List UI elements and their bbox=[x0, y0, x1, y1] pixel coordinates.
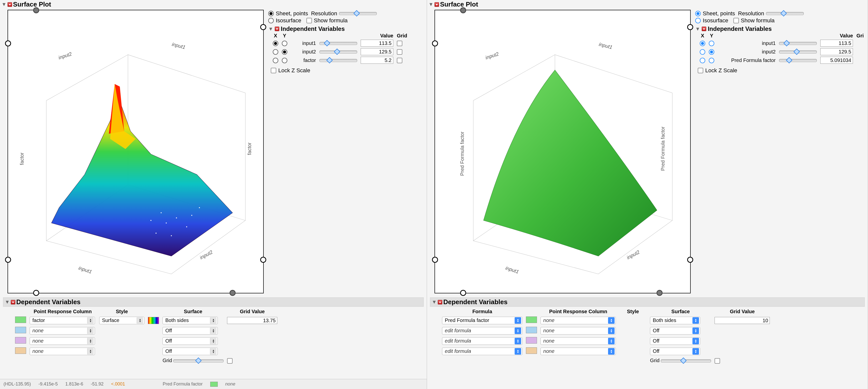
color-swatch[interactable] bbox=[15, 327, 26, 333]
var-value[interactable]: 5.091034 bbox=[820, 57, 853, 64]
status-c: 1.813e-6 bbox=[65, 382, 83, 387]
disclosure-icon[interactable]: ▼ bbox=[695, 26, 700, 32]
prc-select[interactable]: none▲▼ bbox=[540, 317, 616, 324]
grid-value-input[interactable]: 13.75 bbox=[227, 317, 277, 324]
color-swatch[interactable] bbox=[526, 337, 537, 344]
hotspot-icon[interactable] bbox=[438, 300, 442, 304]
svg-point-2 bbox=[186, 226, 187, 227]
sheet-points-radio[interactable] bbox=[268, 11, 274, 16]
svg-point-4 bbox=[171, 235, 172, 236]
prc-select[interactable]: none▲▼ bbox=[30, 327, 95, 334]
var-name: factor bbox=[291, 58, 316, 63]
show-formula-check[interactable] bbox=[733, 18, 739, 23]
formula-select[interactable]: edit formula▲▼ bbox=[442, 337, 522, 345]
grid-check[interactable] bbox=[397, 49, 402, 55]
dep-grid-check[interactable] bbox=[227, 358, 232, 364]
surface-plot-left[interactable]: factor factor input1 input2 input2 input… bbox=[7, 10, 264, 293]
prc-select[interactable]: none▲▼ bbox=[540, 348, 616, 355]
color-swatch[interactable] bbox=[15, 337, 26, 344]
prc-select[interactable]: none▲▼ bbox=[30, 337, 95, 345]
style-select[interactable]: Surface▲▼ bbox=[99, 317, 145, 324]
disclosure-icon[interactable]: ▼ bbox=[268, 26, 273, 32]
isosurface-radio[interactable] bbox=[695, 18, 701, 23]
x-radio-input1[interactable] bbox=[273, 41, 278, 46]
hotspot-icon[interactable] bbox=[7, 2, 12, 7]
surface-select[interactable]: Off▲▼ bbox=[650, 337, 700, 345]
hotspot-icon[interactable] bbox=[275, 27, 279, 31]
isosurface-label: Isosurface bbox=[703, 17, 728, 24]
var-value[interactable]: 129.5 bbox=[820, 48, 853, 55]
disclosure-icon[interactable]: ▼ bbox=[432, 299, 437, 305]
resolution-slider[interactable] bbox=[339, 12, 377, 15]
dep-grid-slider[interactable] bbox=[173, 359, 223, 362]
hotspot-icon[interactable] bbox=[702, 27, 706, 31]
status-g: none bbox=[225, 382, 235, 387]
var-slider[interactable] bbox=[319, 51, 357, 54]
y-radio-input1[interactable] bbox=[709, 41, 714, 46]
x-radio-input1[interactable] bbox=[700, 41, 705, 46]
prc-select[interactable]: factor▲▼ bbox=[30, 317, 95, 324]
colormap-icon[interactable] bbox=[148, 317, 159, 324]
prc-select[interactable]: none▲▼ bbox=[540, 327, 616, 334]
formula-select[interactable]: edit formula▲▼ bbox=[442, 327, 522, 334]
formula-select[interactable]: edit formula▲▼ bbox=[442, 348, 522, 355]
surface-select[interactable]: Off▲▼ bbox=[650, 327, 700, 334]
color-swatch[interactable] bbox=[526, 347, 537, 354]
page-title: Surface Plot bbox=[440, 0, 478, 8]
hotspot-icon[interactable] bbox=[11, 300, 15, 304]
dep-grid-check[interactable] bbox=[715, 358, 720, 364]
lock-z-check[interactable] bbox=[271, 68, 276, 73]
show-formula-check[interactable] bbox=[306, 18, 312, 23]
var-slider[interactable] bbox=[779, 42, 817, 45]
dependent-vars-table: Point Response Column Style Surface Grid… bbox=[13, 308, 279, 365]
grid-check[interactable] bbox=[397, 41, 402, 46]
isosurface-radio[interactable] bbox=[268, 18, 274, 23]
var-slider[interactable] bbox=[779, 51, 817, 54]
y-radio-input1[interactable] bbox=[282, 41, 287, 46]
y-radio-input2[interactable] bbox=[282, 49, 287, 55]
color-swatch[interactable] bbox=[526, 327, 537, 333]
resolution-label: Resolution bbox=[311, 10, 337, 17]
color-swatch[interactable] bbox=[15, 347, 26, 354]
svg-point-3 bbox=[155, 233, 156, 234]
left-title-bar: ▼ Surface Plot bbox=[0, 0, 427, 9]
var-slider[interactable] bbox=[319, 59, 357, 62]
disclosure-icon[interactable]: ▼ bbox=[1, 1, 6, 7]
surface-select[interactable]: Off▲▼ bbox=[650, 348, 700, 355]
color-swatch[interactable] bbox=[526, 317, 537, 323]
y-radio-predf[interactable] bbox=[709, 58, 714, 63]
var-slider[interactable] bbox=[779, 59, 817, 62]
status-swatch bbox=[210, 382, 218, 387]
y-radio-input2[interactable] bbox=[709, 49, 714, 55]
prc-select[interactable]: none▲▼ bbox=[30, 348, 95, 355]
surface-select[interactable]: Off▲▼ bbox=[162, 348, 218, 355]
var-value[interactable]: 129.5 bbox=[361, 48, 393, 55]
surface-select[interactable]: Off▲▼ bbox=[162, 337, 218, 345]
disclosure-icon[interactable]: ▼ bbox=[5, 299, 10, 305]
grid-value-input[interactable]: 10 bbox=[715, 317, 770, 324]
var-value[interactable]: 113.5 bbox=[820, 40, 853, 47]
x-radio-input2[interactable] bbox=[700, 49, 705, 55]
sheet-points-radio[interactable] bbox=[695, 11, 701, 16]
var-value[interactable]: 113.5 bbox=[361, 40, 393, 47]
surface-plot-right[interactable]: Pred Formula factor Pred Formula factor … bbox=[434, 10, 691, 293]
dependent-vars-section: ▼ Dependent Variables Formula Point Resp… bbox=[430, 297, 865, 366]
surface-select[interactable]: Both sides▲▼ bbox=[650, 317, 700, 324]
grid-check[interactable] bbox=[397, 58, 402, 63]
dep-grid-slider[interactable] bbox=[661, 359, 711, 362]
var-slider[interactable] bbox=[319, 42, 357, 45]
prc-select[interactable]: none▲▼ bbox=[540, 337, 616, 345]
surface-select[interactable]: Both sides▲▼ bbox=[162, 317, 218, 324]
y-radio-factor[interactable] bbox=[282, 58, 287, 63]
disclosure-icon[interactable]: ▼ bbox=[429, 1, 434, 7]
lock-z-check[interactable] bbox=[698, 68, 703, 73]
x-radio-input2[interactable] bbox=[273, 49, 278, 55]
surface-select[interactable]: Off▲▼ bbox=[162, 327, 218, 334]
var-value[interactable]: 5.2 bbox=[361, 57, 393, 64]
x-radio-predf[interactable] bbox=[700, 58, 705, 63]
formula-select[interactable]: Pred Formula factor▲▼ bbox=[442, 317, 522, 324]
color-swatch[interactable] bbox=[15, 317, 26, 323]
hotspot-icon[interactable] bbox=[434, 2, 439, 7]
resolution-slider[interactable] bbox=[766, 12, 804, 15]
x-radio-factor[interactable] bbox=[273, 58, 278, 63]
